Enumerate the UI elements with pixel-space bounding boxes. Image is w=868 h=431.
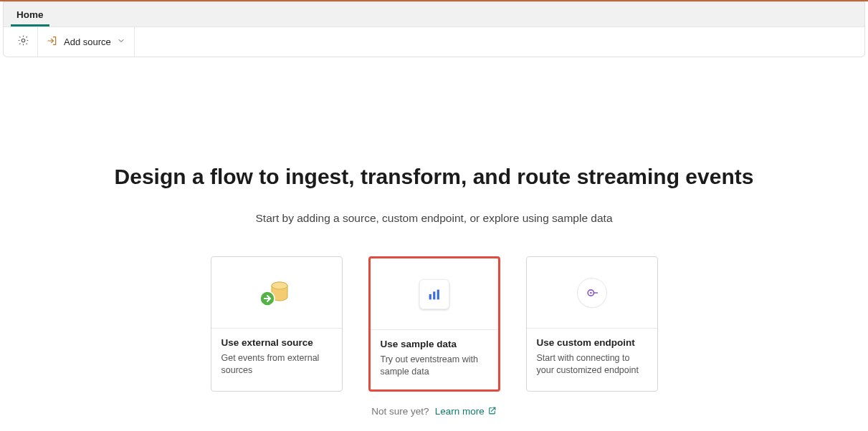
svg-point-0 (22, 39, 25, 42)
learn-more-label: Learn more (435, 406, 485, 417)
learn-more-link[interactable]: Learn more (435, 406, 497, 417)
card-external-icon-area (211, 257, 342, 329)
card-sample-data[interactable]: Use sample data Try out eventstream with… (368, 256, 500, 392)
settings-button[interactable] (9, 27, 38, 57)
option-cards: Use external source Get events from exte… (211, 256, 658, 392)
page-headline: Design a flow to ingest, transform, and … (115, 165, 754, 189)
card-sample-icon-area (371, 258, 498, 330)
svg-rect-6 (437, 289, 439, 299)
card-endpoint-body: Use custom endpoint Start with connectin… (527, 329, 657, 388)
card-external-desc: Get events from external sources (221, 352, 332, 377)
tab-home[interactable]: Home (11, 4, 49, 26)
not-sure-label: Not sure yet? (371, 406, 429, 417)
card-sample-body: Use sample data Try out eventstream with… (371, 330, 498, 389)
tab-home-label: Home (16, 9, 44, 20)
card-external-source[interactable]: Use external source Get events from exte… (211, 256, 343, 392)
svg-rect-5 (433, 291, 435, 299)
page-subhead: Start by adding a source, custom endpoin… (255, 212, 612, 225)
ribbon-toolbar: Add source (4, 26, 864, 57)
svg-point-2 (272, 282, 287, 289)
card-external-body: Use external source Get events from exte… (211, 329, 342, 388)
card-endpoint-desc: Start with connecting to your customized… (537, 352, 647, 377)
card-endpoint-icon-area (527, 257, 657, 329)
card-sample-title: Use sample data (381, 339, 488, 349)
bar-chart-icon (419, 279, 449, 309)
external-link-icon (487, 406, 497, 417)
card-endpoint-title: Use custom endpoint (537, 337, 647, 348)
card-sample-desc: Try out eventstream with sample data (381, 354, 488, 378)
import-arrow-icon (47, 35, 58, 49)
ribbon-tabs: Home (4, 2, 864, 26)
empty-state: Design a flow to ingest, transform, and … (0, 57, 868, 417)
ribbon: Home Add source (3, 1, 865, 57)
chevron-down-icon (117, 37, 125, 47)
footer-help: Not sure yet? Learn more (371, 406, 496, 417)
add-source-button[interactable]: Add source (38, 27, 135, 57)
card-custom-endpoint[interactable]: Use custom endpoint Start with connectin… (526, 256, 658, 392)
svg-point-8 (590, 291, 592, 294)
svg-rect-4 (429, 294, 431, 299)
card-external-title: Use external source (221, 337, 332, 348)
add-source-label: Add source (64, 37, 111, 47)
database-arrow-icon (261, 277, 292, 309)
endpoint-icon (578, 279, 606, 307)
gear-icon (17, 34, 29, 49)
